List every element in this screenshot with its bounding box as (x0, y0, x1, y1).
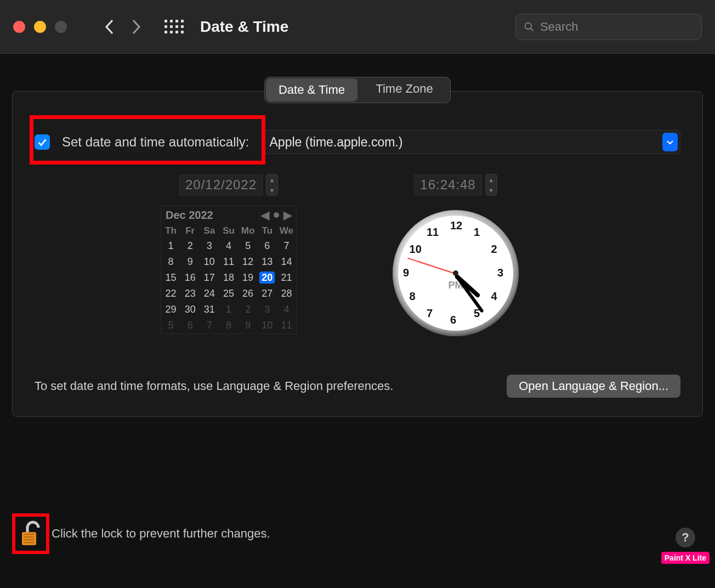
svg-line-1 (530, 28, 533, 31)
minimize-window-button[interactable] (34, 21, 46, 33)
combobox-dropdown-button[interactable] (662, 133, 678, 151)
time-field[interactable]: 16:24:48 ▲ ▼ (357, 174, 554, 196)
stepper-up-icon[interactable]: ▲ (266, 174, 277, 185)
calendar-day[interactable]: 6 (180, 318, 200, 333)
tab-bar: Date & Time Time Zone (264, 77, 451, 103)
calendar-day[interactable]: 10 (200, 254, 219, 270)
tab-time-zone[interactable]: Time Zone (359, 77, 450, 103)
search-field[interactable] (515, 14, 702, 40)
lock-open-icon[interactable] (19, 520, 43, 547)
calendar-day[interactable]: 11 (219, 254, 238, 270)
calendar-day[interactable]: 17 (200, 270, 219, 286)
forward-button[interactable] (128, 16, 144, 38)
calendar-day-header: Tu (258, 224, 277, 238)
show-all-icon[interactable] (164, 20, 184, 33)
calendar-day[interactable]: 27 (258, 286, 277, 302)
calendar-day[interactable]: 9 (239, 318, 258, 333)
clock-number: 2 (491, 243, 497, 256)
calendar-day[interactable]: 5 (161, 318, 180, 333)
lock-text: Click the lock to prevent further change… (52, 527, 270, 541)
calendar-day[interactable]: 28 (277, 286, 296, 302)
calendar-day[interactable]: 13 (258, 254, 277, 270)
calendar-day[interactable]: 10 (258, 318, 277, 333)
time-stepper[interactable]: ▲ ▼ (485, 174, 497, 196)
chevron-down-icon (666, 138, 674, 146)
time-column: 16:24:48 ▲ ▼ 121234567891011 PM (357, 174, 554, 336)
calendar-next-icon[interactable]: ▶ (283, 208, 292, 222)
date-field[interactable]: 20/12/2022 ▲ ▼ (161, 174, 297, 196)
footer-row: To set date and time formats, use Langua… (35, 375, 680, 398)
stepper-down-icon[interactable]: ▼ (266, 185, 277, 195)
calendar-month-label: Dec 2022 (166, 209, 213, 222)
analog-clock: 121234567891011 PM (393, 210, 519, 336)
calendar-day-header: Sa (200, 224, 219, 238)
calendar-day[interactable]: 8 (219, 318, 238, 333)
calendar-day[interactable]: 25 (219, 286, 238, 302)
calendar-today-icon[interactable] (274, 212, 279, 218)
calendar-day[interactable]: 24 (200, 286, 219, 302)
date-column: 20/12/2022 ▲ ▼ Dec 2022 ◀ ▶ ThFrSaSuMoTu… (161, 174, 297, 334)
calendar-day[interactable]: 22 (161, 286, 180, 302)
search-icon (524, 21, 535, 33)
clock-number: 10 (410, 243, 422, 256)
tab-date-time[interactable]: Date & Time (266, 78, 358, 101)
open-language-region-button[interactable]: Open Language & Region... (507, 375, 680, 398)
stepper-down-icon[interactable]: ▼ (486, 185, 497, 195)
calendar-day[interactable]: 1 (219, 302, 238, 318)
calendar-day[interactable]: 11 (277, 318, 296, 333)
clock-number: 7 (427, 307, 433, 320)
calendar-day[interactable]: 26 (239, 286, 258, 302)
calendar-day[interactable]: 14 (277, 254, 296, 270)
calendar-day-header: Fr (180, 224, 200, 238)
calendar-day[interactable]: 15 (161, 270, 180, 286)
calendar-day[interactable]: 18 (219, 270, 238, 286)
clock-number: 11 (427, 226, 439, 239)
help-button[interactable]: ? (676, 528, 695, 547)
calendar-day-header: We (277, 224, 296, 238)
zoom-window-button[interactable] (55, 21, 67, 33)
calendar-day[interactable]: 7 (277, 238, 296, 254)
footer-text: To set date and time formats, use Langua… (35, 379, 393, 393)
calendar-day[interactable]: 12 (239, 254, 258, 270)
calendar-day[interactable]: 21 (277, 270, 296, 286)
watermark-badge: Paint X Lite (661, 552, 710, 564)
clock-number: 4 (491, 290, 497, 303)
page-title: Date & Time (200, 18, 288, 36)
calendar-day[interactable]: 29 (161, 302, 180, 318)
calendar-day[interactable]: 3 (258, 302, 277, 318)
calendar-day[interactable]: 1 (161, 238, 180, 254)
calendar-day[interactable]: 30 (180, 302, 200, 318)
toolbar: Date & Time (0, 0, 715, 54)
clock-number: 1 (474, 226, 480, 239)
search-input[interactable] (540, 20, 694, 34)
time-server-combobox[interactable]: Apple (time.apple.com.) (262, 130, 680, 154)
calendar-day[interactable]: 2 (239, 302, 258, 318)
back-button[interactable] (102, 16, 117, 38)
calendar-day[interactable]: 3 (200, 238, 219, 254)
calendar-day[interactable]: 2 (180, 238, 200, 254)
calendar-day[interactable]: 19 (239, 270, 258, 286)
calendar-day[interactable]: 20 (258, 270, 277, 286)
calendar-day[interactable]: 16 (180, 270, 200, 286)
calendar-day[interactable]: 5 (239, 238, 258, 254)
calendar-day[interactable]: 31 (200, 302, 219, 318)
calendar-prev-icon[interactable]: ◀ (261, 208, 269, 222)
svg-point-0 (525, 22, 531, 29)
calendar-day[interactable]: 6 (258, 238, 277, 254)
calendar-day-header: Mo (239, 224, 258, 238)
stepper-up-icon[interactable]: ▲ (486, 174, 497, 185)
auto-set-row: Set date and time automatically: Apple (… (35, 130, 680, 154)
date-stepper[interactable]: ▲ ▼ (266, 174, 278, 196)
calendar-day[interactable]: 7 (200, 318, 219, 333)
settings-panel: Set date and time automatically: Apple (… (12, 91, 703, 417)
calendar-day[interactable]: 4 (277, 302, 296, 318)
calendar[interactable]: Dec 2022 ◀ ▶ ThFrSaSuMoTuWe1234567891011… (161, 206, 297, 334)
calendar-day-header: Su (219, 224, 238, 238)
calendar-day[interactable]: 23 (180, 286, 200, 302)
close-window-button[interactable] (13, 21, 25, 33)
annotation-highlight-auto (30, 116, 265, 164)
calendar-day[interactable]: 4 (219, 238, 238, 254)
calendar-day[interactable]: 8 (161, 254, 180, 270)
calendar-day[interactable]: 9 (180, 254, 200, 270)
clock-number: 3 (497, 267, 503, 279)
